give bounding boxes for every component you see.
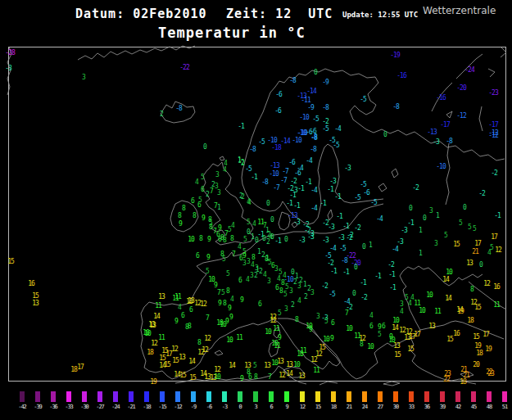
scale-tick-label: 42 xyxy=(455,404,460,410)
scale-segment xyxy=(191,391,196,402)
scale-tick-label: -21 xyxy=(127,404,135,410)
scale-segment xyxy=(409,391,414,402)
scale-segment xyxy=(284,391,289,402)
scale-segment xyxy=(315,391,320,402)
scale-segment xyxy=(502,391,507,402)
scale-tick-label: 3 xyxy=(254,404,256,410)
scale-tick-label: 18 xyxy=(331,404,336,410)
scale-segment xyxy=(487,391,492,402)
scale-tick-label: 39 xyxy=(440,404,445,410)
scale-segment xyxy=(440,391,445,402)
scale-tick-label: 33 xyxy=(409,404,414,410)
scale-tick-label: 15 xyxy=(315,404,320,410)
scale-segment xyxy=(269,391,274,402)
scale-tick-label: -39 xyxy=(34,404,42,410)
scale-segment xyxy=(362,391,367,402)
scale-tick-label: -24 xyxy=(111,404,120,410)
scale-tick-label: 24 xyxy=(362,404,367,410)
scale-tick-label: -30 xyxy=(80,404,88,410)
scale-tick-label: -6 xyxy=(206,404,211,410)
scale-tick-label: 9 xyxy=(285,404,288,410)
scale-segment xyxy=(378,391,383,402)
weather-map-page: Datum: 02Feb2010 Zeit: 12 UTC Update: 12… xyxy=(0,0,512,420)
scale-segment xyxy=(160,391,165,402)
scale-tick-label: -27 xyxy=(96,404,104,410)
scale-tick-label: 48 xyxy=(487,404,492,410)
scale-tick-label: 45 xyxy=(471,404,476,410)
scale-tick-label: -18 xyxy=(143,404,151,410)
scale-segment xyxy=(471,391,476,402)
scale-segment xyxy=(97,391,102,402)
scale-segment xyxy=(82,391,87,402)
scale-tick-label: -42 xyxy=(18,404,26,410)
scale-segment xyxy=(113,391,118,402)
scale-segment xyxy=(300,391,305,402)
scale-segment xyxy=(66,391,71,402)
scale-segment xyxy=(206,391,211,402)
scale-segment xyxy=(51,391,56,402)
temperature-scale-legend: -42-39-36-33-30-27-24-21-18-15-12-9-6-30… xyxy=(0,0,512,420)
scale-tick-label: -33 xyxy=(65,404,73,410)
scale-segment xyxy=(393,391,398,402)
scale-segment xyxy=(455,391,460,402)
scale-segment xyxy=(129,391,134,402)
scale-tick-label: 36 xyxy=(424,404,429,410)
scale-tick-label: 6 xyxy=(270,404,272,410)
scale-tick-label: -9 xyxy=(191,404,196,410)
scale-tick-label: -15 xyxy=(158,404,166,410)
scale-tick-label: 0 xyxy=(238,404,241,410)
scale-tick-label: 27 xyxy=(378,404,383,410)
scale-segment xyxy=(238,391,242,402)
scale-segment xyxy=(20,391,25,402)
scale-segment xyxy=(35,391,40,402)
scale-tick-label: 51 xyxy=(502,404,507,410)
scale-tick-label: 12 xyxy=(300,404,305,410)
scale-segment xyxy=(222,391,227,402)
scale-tick-label: -12 xyxy=(174,404,182,410)
scale-segment xyxy=(347,391,351,402)
scale-tick-label: 21 xyxy=(347,404,351,410)
scale-segment xyxy=(331,391,336,402)
scale-segment xyxy=(424,391,429,402)
scale-tick-label: -3 xyxy=(222,404,227,410)
scale-tick-label: -36 xyxy=(49,404,57,410)
scale-segment xyxy=(144,391,149,402)
scale-segment xyxy=(175,391,180,402)
scale-tick-label: 30 xyxy=(393,404,398,410)
scale-segment xyxy=(253,391,258,402)
